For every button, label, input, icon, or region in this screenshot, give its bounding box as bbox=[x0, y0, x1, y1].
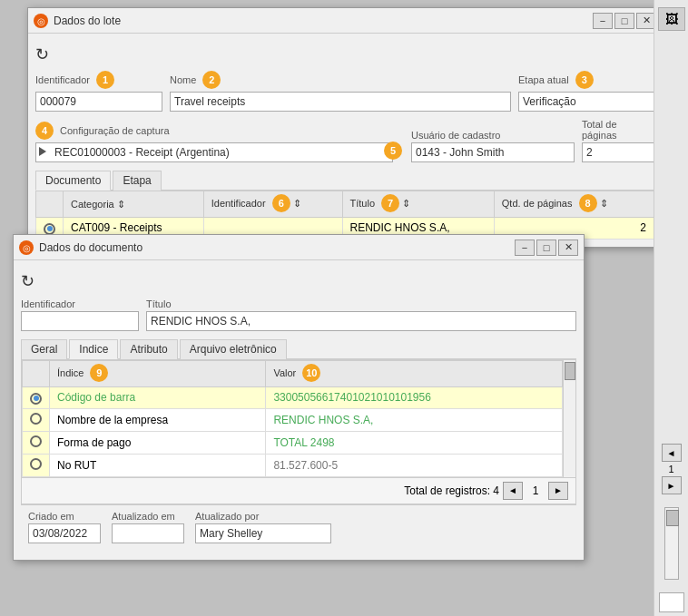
idx-valor-0: 33005056617401021010101956 bbox=[266, 387, 563, 409]
index-row-1[interactable]: Nombre de la empresa RENDIC HNOS S.A, bbox=[23, 408, 563, 431]
idx-valor-header: Valor 10 bbox=[266, 361, 563, 387]
idx-indice-2: Forma de pago bbox=[50, 431, 266, 454]
idx-radio-checked-0[interactable] bbox=[30, 393, 42, 405]
field-group-row2: 4 Configuração de captura 5 Usuário de c… bbox=[35, 119, 654, 162]
maximize-button-lote[interactable]: □ bbox=[614, 13, 634, 29]
config-arrow bbox=[39, 147, 46, 156]
index-scroll-thumb[interactable] bbox=[565, 362, 575, 380]
identificador-label: Identificador 1 bbox=[35, 72, 162, 90]
badge-1: 1 bbox=[96, 71, 114, 89]
current-page: 1 bbox=[526, 484, 545, 497]
criado-label: Criado em bbox=[28, 511, 101, 522]
doc-titulo-input[interactable] bbox=[146, 311, 576, 331]
idx-radio-0[interactable] bbox=[23, 387, 50, 409]
window-controls-lote: − □ ✕ bbox=[593, 13, 656, 29]
titlebar-dados-lote: Dados do lote − □ ✕ bbox=[28, 8, 662, 34]
badge-10: 10 bbox=[302, 364, 320, 382]
usuario-input[interactable] bbox=[411, 142, 575, 162]
side-btn-1[interactable]: 🖼 bbox=[658, 7, 685, 31]
criado-input[interactable] bbox=[28, 523, 101, 543]
tab-documento[interactable]: Documento bbox=[35, 171, 111, 191]
idx-valor-2: TOTAL 2498 bbox=[266, 431, 563, 454]
prev-page-btn[interactable]: ◄ bbox=[503, 482, 523, 500]
idx-radio-unchecked-2[interactable] bbox=[30, 435, 42, 447]
idx-radio-2[interactable] bbox=[23, 431, 50, 454]
total-registros: Total de registros: 4 bbox=[404, 484, 499, 497]
badge-2: 2 bbox=[202, 71, 221, 89]
index-scrollbar[interactable] bbox=[563, 360, 575, 477]
index-row-3[interactable]: No RUT 81.527.600-5 bbox=[23, 454, 563, 476]
minimize-button-lote[interactable]: − bbox=[593, 13, 613, 29]
badge-9: 9 bbox=[90, 364, 108, 382]
col-categoria-header: Categoria ⇕ bbox=[64, 191, 204, 218]
index-row-2[interactable]: Forma de pago TOTAL 2498 bbox=[23, 431, 563, 454]
doc-identificador-input[interactable] bbox=[21, 311, 139, 331]
idx-indice-header: Índice 9 bbox=[50, 361, 266, 387]
total-pages-field-group: Total de páginas bbox=[582, 119, 654, 162]
refresh-icon-lote[interactable]: ↻ bbox=[35, 41, 654, 72]
side-panel: 🖼 ◄ 1 ► bbox=[654, 0, 688, 616]
badge-6: 6 bbox=[272, 194, 290, 212]
side-next-btn[interactable]: ► bbox=[662, 476, 682, 494]
window-title-lote: Dados do lote bbox=[54, 15, 121, 27]
window-dados-documento: Dados do documento − □ ✕ ↻ Identificador… bbox=[13, 234, 585, 561]
nome-input[interactable] bbox=[170, 92, 511, 112]
atualizado-por-input[interactable] bbox=[195, 523, 331, 543]
tab-arquivo-eletronico[interactable]: Arquivo eletrônico bbox=[180, 339, 287, 359]
identificador-input[interactable] bbox=[35, 92, 162, 112]
badge-5: 5 bbox=[384, 142, 402, 160]
idx-radio-header bbox=[23, 361, 50, 387]
documento-fields-row: Identificador Título bbox=[21, 298, 576, 331]
maximize-button-documento[interactable]: □ bbox=[536, 240, 556, 256]
col-identificador-header: Identificador 6 ⇕ bbox=[203, 191, 342, 218]
atualizado-label: Atualizado em bbox=[112, 511, 184, 522]
side-page-num: 1 bbox=[668, 464, 673, 474]
window-icon-documento bbox=[19, 240, 34, 255]
row-radio[interactable] bbox=[44, 223, 55, 235]
config-label: 4 Configuração de captura bbox=[35, 122, 393, 141]
close-button-documento[interactable]: ✕ bbox=[558, 240, 578, 256]
idx-radio-unchecked-3[interactable] bbox=[30, 458, 42, 470]
idx-indice-1: Nombre de la empresa bbox=[50, 408, 266, 431]
atualizado-field: Atualizado em bbox=[112, 511, 184, 543]
tab-indice[interactable]: Indice bbox=[69, 339, 118, 359]
doc-titulo-group: Título bbox=[146, 298, 576, 331]
criado-field: Criado em bbox=[28, 511, 101, 543]
index-row-0[interactable]: Código de barra 330050566174010210101019… bbox=[23, 387, 563, 409]
total-pages-input[interactable] bbox=[582, 142, 654, 162]
titlebar-dados-documento: Dados do documento − □ ✕ bbox=[14, 235, 584, 260]
usuario-label: Usuário de cadastro bbox=[411, 130, 575, 141]
identificador-field-group: Identificador 1 bbox=[35, 72, 162, 112]
badge-8: 8 bbox=[579, 194, 597, 212]
tab-atributo[interactable]: Atributo bbox=[120, 339, 177, 359]
side-prev-btn[interactable]: ◄ bbox=[662, 444, 682, 462]
refresh-icon-documento[interactable]: ↻ bbox=[21, 268, 576, 298]
tab-bar-lote: Documento Etapa bbox=[35, 170, 654, 191]
etapa-input[interactable] bbox=[518, 92, 654, 112]
total-pages-label: Total de páginas bbox=[582, 119, 654, 141]
etapa-label: Etapa atual 3 bbox=[518, 72, 654, 90]
nome-field-group: Nome 2 bbox=[170, 72, 511, 112]
idx-valor-3: 81.527.600-5 bbox=[266, 454, 563, 476]
tab-geral[interactable]: Geral bbox=[21, 339, 67, 359]
idx-radio-3[interactable] bbox=[23, 454, 50, 476]
tab-bar-documento: Geral Indice Atributo Arquivo eletrônico bbox=[21, 338, 576, 359]
index-table: Índice 9 Valor 10 Código d bbox=[22, 360, 563, 477]
minimize-button-documento[interactable]: − bbox=[515, 240, 535, 256]
side-input-1[interactable] bbox=[659, 592, 684, 612]
atualizado-por-field: Atualizado por bbox=[195, 511, 331, 543]
config-input[interactable] bbox=[35, 142, 393, 162]
tab-etapa[interactable]: Etapa bbox=[113, 171, 161, 191]
doc-identificador-group: Identificador bbox=[21, 298, 139, 331]
badge-3: 3 bbox=[575, 71, 594, 89]
col-radio-header bbox=[36, 191, 64, 218]
window-content-lote: ↻ Identificador 1 Nome 2 Etapa atual bbox=[28, 34, 662, 247]
badge-4: 4 bbox=[35, 122, 54, 140]
idx-indice-3: No RUT bbox=[50, 454, 266, 476]
idx-radio-unchecked-1[interactable] bbox=[30, 413, 42, 425]
idx-valor-1: RENDIC HNOS S.A, bbox=[266, 408, 563, 431]
window-icon-lote bbox=[34, 14, 48, 28]
next-page-btn[interactable]: ► bbox=[548, 482, 568, 500]
atualizado-input[interactable] bbox=[112, 523, 184, 543]
idx-radio-1[interactable] bbox=[23, 408, 50, 431]
